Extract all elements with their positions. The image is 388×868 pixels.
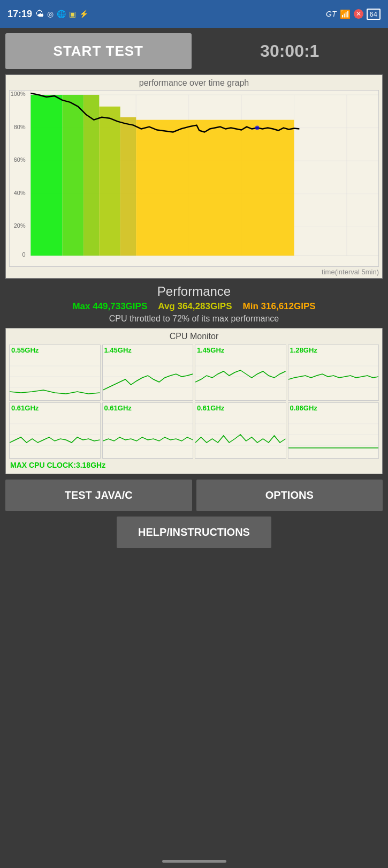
svg-text:0: 0 — [22, 251, 25, 258]
svg-text:60%: 60% — [14, 156, 26, 163]
performance-stats: Performance Max 449,733GIPS Avg 364,283G… — [5, 284, 383, 324]
help-instructions-button[interactable]: HELP/INSTRUCTIONS — [117, 517, 271, 548]
graph-title: performance over time graph — [9, 78, 379, 88]
cpu-freq-2: 1.45GHz — [195, 345, 286, 355]
cpu-cell-1: 1.45GHz — [102, 345, 194, 401]
performance-title: Performance — [5, 284, 383, 299]
cpu-graph-1 — [103, 355, 193, 398]
graph-time-label: time(interval 5min) — [9, 268, 379, 276]
performance-graph: 100% 80% 60% 40% 20% 0 — [10, 91, 378, 266]
cpu-graph-7 — [288, 413, 379, 456]
svg-text:40%: 40% — [14, 190, 26, 196]
svg-rect-23 — [120, 117, 136, 256]
cpu-cell-5: 0.61GHz — [102, 402, 194, 459]
cpu-cell-6: 0.61GHz — [195, 402, 286, 459]
cpu-freq-5: 0.61GHz — [103, 403, 193, 413]
cpu-freq-6: 0.61GHz — [195, 403, 286, 413]
svg-text:100%: 100% — [11, 91, 26, 97]
perf-avg: Avg 364,283GIPS — [158, 301, 232, 312]
svg-rect-22 — [99, 107, 120, 256]
cpu-graph-3 — [288, 355, 379, 398]
svg-rect-19 — [31, 95, 62, 256]
wifi-icon: 📶 — [340, 9, 351, 19]
cpu-freq-7: 0.86GHz — [288, 403, 379, 413]
weather-icon: 🌤 — [35, 9, 44, 19]
test-java-c-button[interactable]: TEST JAVA/C — [5, 480, 192, 511]
cpu-cell-4: 0.61GHz — [9, 402, 101, 459]
browser-icon: 🌐 — [57, 10, 66, 18]
graph-container: 100% 80% 60% 40% 20% 0 — [9, 90, 379, 267]
svg-rect-24 — [136, 120, 294, 256]
perf-max: Max 449,733GIPS — [72, 301, 147, 312]
cpu-monitor-section: CPU Monitor 0.55GHz 1.45GHz — [5, 328, 383, 474]
bottom-buttons: TEST JAVA/C OPTIONS — [5, 480, 383, 511]
cpu-grid: 0.55GHz 1.45GHz — [9, 345, 379, 459]
top-row: START TEST 30:00:1 — [5, 33, 383, 69]
gt-label: GT — [326, 10, 336, 18]
svg-text:80%: 80% — [14, 124, 26, 130]
performance-numbers: Max 449,733GIPS Avg 364,283GIPS Min 316,… — [5, 301, 383, 312]
timer-display: 30:00:1 — [197, 41, 383, 61]
cpu-graph-6 — [195, 413, 286, 456]
battery-indicator: 64 — [367, 9, 381, 20]
cpu-freq-0: 0.55GHz — [10, 345, 100, 355]
main-content: START TEST 30:00:1 performance over time… — [0, 28, 388, 548]
cpu-cell-7: 0.86GHz — [288, 402, 379, 459]
cpu-monitor-title: CPU Monitor — [9, 332, 379, 341]
cpu-graph-2 — [195, 355, 286, 398]
cpu-freq-1: 1.45GHz — [103, 345, 193, 355]
wallet-icon: ▣ — [69, 10, 76, 18]
graph-section: performance over time graph 100% 80% 60%… — [5, 74, 383, 279]
status-bar: 17:19 🌤 ◎ 🌐 ▣ ⚡ GT 📶 ✕ 64 — [0, 0, 388, 28]
cpu-max-clock: MAX CPU CLOCK:3.18GHz — [9, 459, 379, 470]
start-test-button[interactable]: START TEST — [5, 33, 192, 69]
status-right: GT 📶 ✕ 64 — [326, 9, 381, 20]
cpu-cell-0: 0.55GHz — [9, 345, 101, 401]
cpu-graph-4 — [10, 413, 100, 456]
accessibility-icon: ◎ — [47, 10, 54, 18]
svg-text:20%: 20% — [14, 222, 26, 229]
cpu-graph-5 — [103, 413, 193, 456]
help-btn-row: HELP/INSTRUCTIONS — [5, 517, 383, 548]
options-button[interactable]: OPTIONS — [196, 480, 383, 511]
status-time: 17:19 — [7, 9, 32, 20]
cpu-freq-3: 1.28GHz — [288, 345, 379, 355]
svg-rect-20 — [62, 95, 83, 256]
cpu-graph-0 — [10, 355, 100, 398]
perf-min: Min 316,612GIPS — [243, 301, 316, 312]
battery-saver-icon: ⚡ — [79, 10, 88, 18]
close-icon: ✕ — [354, 9, 363, 19]
home-bar — [162, 860, 226, 863]
cpu-cell-3: 1.28GHz — [288, 345, 379, 401]
status-left: 17:19 🌤 ◎ 🌐 ▣ ⚡ — [7, 9, 88, 20]
svg-point-25 — [255, 126, 260, 130]
cpu-cell-2: 1.45GHz — [195, 345, 286, 401]
cpu-freq-4: 0.61GHz — [10, 403, 100, 413]
perf-throttle: CPU throttled to 72% of its max performa… — [5, 314, 383, 324]
